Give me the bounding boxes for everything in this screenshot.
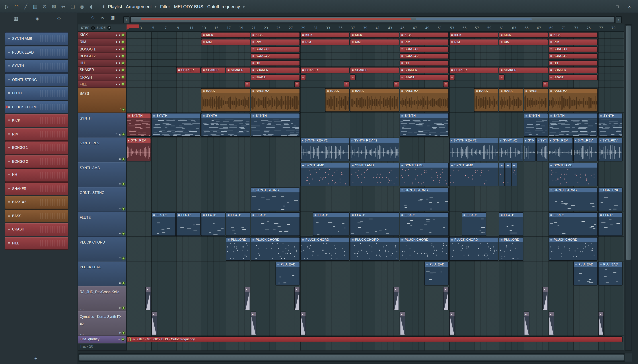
horizontal-scroll-thumb[interactable]	[79, 355, 624, 360]
maximize-button[interactable]: □	[611, 2, 623, 11]
track-header-cymatics-korea-synth-fx-2[interactable]: Cymatics - Korea Synth FX #2...◈	[78, 311, 126, 336]
clip[interactable]: ▸	[300, 312, 306, 335]
clip-pluck-chord[interactable]: ≡PLUCK CHORD	[251, 237, 300, 261]
zoom-tool-icon[interactable]: ◎	[77, 2, 87, 10]
clip-orntl-strng[interactable]: ≡ORNTL STRNG	[400, 188, 449, 211]
clip-bass[interactable]: ≡BASS	[201, 88, 250, 112]
vertical-scrollbar[interactable]	[625, 24, 632, 350]
clip[interactable]: ▸	[443, 287, 449, 310]
scroll-right-button[interactable]: ›	[616, 16, 622, 23]
track-mute-led[interactable]	[122, 158, 125, 160]
clip-rim[interactable]: ≡RIM	[449, 39, 498, 45]
track-header-synth[interactable]: SYNTH≡▲	[78, 113, 126, 138]
track-lane-ra-jhd-revcrash-kella[interactable]: ▸▸▸▸▸▸	[127, 286, 624, 311]
clip-orntl-strng[interactable]: ≡ORNTL STRNG	[548, 188, 598, 211]
horizontal-scrollbar[interactable]	[78, 353, 625, 362]
clip-rim[interactable]: ≡RIM	[201, 39, 250, 45]
track-header-kick[interactable]: KICK▪▪	[78, 32, 126, 39]
clip-bongo-2[interactable]: ≡BONGO 2	[548, 53, 598, 59]
track-header-filte-quency[interactable]: Filte..quency∞	[78, 336, 126, 343]
clip[interactable]: ▸	[598, 312, 604, 335]
track-header-synth-amb[interactable]: SYNTH AMB≡	[78, 162, 126, 187]
clip-hh[interactable]: ≡HH	[400, 60, 449, 66]
track-lane-pluck-lead[interactable]: ≡PLU..EAD≡PLU..EAD≡PLU..EAD≡PLU..EAD	[127, 262, 624, 286]
pattern-item-bass-2[interactable]: ≡BASS #2	[5, 196, 69, 209]
pattern-item-bass[interactable]: ≡BASS	[5, 209, 69, 222]
pattern-item-kick[interactable]: ≡KICK	[5, 114, 69, 127]
clip[interactable]: ▸	[393, 287, 399, 310]
add-pattern-button[interactable]: +	[31, 355, 41, 362]
clip-plu-ead[interactable]: ≡PLU..EAD	[598, 262, 622, 286]
track-lane-filte-quency[interactable]: ∿Filter - MELODY BUS - Cutoff frequency	[127, 336, 624, 343]
track-lane-shaker[interactable]: ≡SHAKER≡SHAKER≡SHAKER≡SHAKER≡SHAKER≡SHAK…	[127, 67, 624, 74]
clip-crash[interactable]: ≡CRASH	[251, 74, 300, 80]
clip-shaker[interactable]: ≡SHAKER	[499, 67, 548, 73]
clip[interactable]: ▸	[548, 312, 554, 335]
track-header-crash[interactable]: CRASH▪▪	[78, 74, 126, 81]
clip-bongo-1[interactable]: ≡BONGO 1	[251, 46, 300, 52]
clip-bass-2[interactable]: ≡BASS #2	[251, 88, 300, 112]
track-lane-kick[interactable]: ≡KICK≡KICK≡KICK≡KICK≡KICK≡KICK≡KICK≡KICK	[127, 32, 624, 39]
clip-kick[interactable]: ≡KICK	[251, 32, 300, 38]
track-lane-synth-rev[interactable]: ▸SYN..REV▸SYNTH REV #2▸SYNTH REV #2▸SYNT…	[127, 138, 624, 162]
clip-flute[interactable]: ≡FLUTE	[400, 212, 449, 236]
slip-tool-icon[interactable]: ↔	[59, 2, 68, 10]
clip[interactable]: ▸	[294, 287, 300, 310]
track-mute-led[interactable]	[122, 34, 125, 36]
track-header-pluck-lead[interactable]: PLUCK LEAD≡	[78, 262, 126, 286]
clip-synth-rev-2[interactable]: ▸SYNTH REV #2	[350, 138, 399, 162]
clip[interactable]: ≡	[499, 163, 505, 186]
pattern-item-rim[interactable]: ≡RIM	[5, 128, 69, 141]
track-mute-led[interactable]	[122, 331, 125, 334]
close-button[interactable]: ×	[623, 2, 635, 11]
clip-synth-rev-2[interactable]: ▸SYNTH REV #2	[449, 138, 498, 162]
track-mute-led[interactable]	[122, 182, 125, 185]
clip-flute[interactable]: ≡FLUTE	[251, 212, 300, 236]
vertical-scroll-thumb[interactable]	[626, 26, 631, 260]
magnet-icon[interactable]: ◇	[91, 15, 95, 20]
clip-pluck-chord[interactable]: ≡PLUCK CHORD	[548, 237, 598, 261]
clip[interactable]: ≡	[294, 81, 300, 87]
clip-hh[interactable]: ≡HH	[251, 60, 300, 66]
clip-shaker[interactable]: ≡SHAKER	[400, 67, 449, 73]
clip-rim[interactable]: ≡RIM	[300, 39, 350, 45]
clip-bass[interactable]: ≡BASS	[499, 88, 523, 112]
track-header-hh[interactable]: HH▪▪	[78, 60, 126, 67]
clip-shaker[interactable]: ≡SHAKER	[300, 67, 350, 73]
track-mute-led[interactable]	[122, 282, 125, 284]
track-header-bongo-2[interactable]: BONGO 2▪▪	[78, 53, 126, 60]
clip-syn-rev[interactable]: ▸SYN..REV	[127, 138, 151, 162]
track-lane-fill[interactable]: ≡≡≡≡≡≡	[127, 81, 624, 88]
track-mute-led[interactable]	[122, 207, 125, 210]
track-header-shaker[interactable]: SHAKER▪▪	[78, 67, 126, 74]
pattern-item-pluck-lead[interactable]: ≡PLUCK LEAD	[5, 46, 69, 59]
clip-shaker[interactable]: ≡SHAKER	[548, 67, 598, 73]
track-header-synth-rev[interactable]: SYNTH REV≡	[78, 138, 126, 162]
clip-kick[interactable]: ≡KICK	[300, 32, 350, 38]
track-lane-pluck-chord[interactable]: ≡PLU..ORD≡PLUCK CHORD≡PLUCK CHORD≡PLUCK …	[127, 237, 624, 262]
clip-synth-amb[interactable]: ≡SYNTH AMB	[350, 163, 399, 186]
track-lane-bongo-1[interactable]: ≡BONGO 1≡BONGO 1≡BONGO 1	[127, 46, 624, 53]
minimap-thumb[interactable]	[131, 17, 614, 22]
clip-synth[interactable]: ≡SYNTH	[524, 113, 548, 137]
clip-pluck-chord[interactable]: ≡PLUCK CHORD	[300, 237, 350, 261]
clip-bass[interactable]: ≡BASS	[474, 88, 498, 112]
clip-synth[interactable]: ≡SYNTH	[201, 113, 250, 137]
clip-hh[interactable]: ≡HH	[548, 60, 598, 66]
clip-bass[interactable]: ≡BASS	[350, 88, 399, 112]
track-mute-led[interactable]	[122, 62, 125, 65]
mute-tool-icon[interactable]: ⊠	[49, 2, 59, 10]
clip-bongo-2[interactable]: ≡BONGO 2	[251, 53, 300, 59]
clip-crash[interactable]: ≡CRASH	[400, 74, 449, 80]
track-lane-hh[interactable]: ≡HH≡HH≡HH	[127, 60, 624, 67]
pattern-item-flute[interactable]: ≡FLUTE	[5, 86, 69, 100]
clip-kick[interactable]: ≡KICK	[400, 32, 449, 38]
track-lane-synth-amb[interactable]: ≡SYNTH AMB≡SYNTH AMB≡SYNTH AMB≡SYNTH AMB…	[127, 162, 624, 187]
clip-flute[interactable]: ≡FLUTE	[313, 212, 350, 236]
pattern-item-orntl-strng[interactable]: ≡ORNTL STRNG	[5, 73, 69, 86]
clip-pluck-chord[interactable]: ≡PLUCK CHORD	[449, 237, 498, 261]
clip[interactable]: ≡	[542, 81, 548, 87]
pattern-item-synth[interactable]: ≡SYNTH	[5, 59, 69, 72]
clip[interactable]: ▸	[542, 287, 548, 310]
clip-synth[interactable]: ≡SYNTH	[598, 113, 622, 137]
